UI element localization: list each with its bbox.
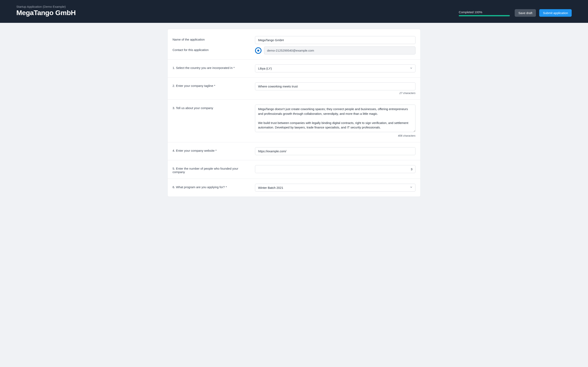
tagline-input[interactable] [255,82,415,90]
form-row-contact: Contact for this application [168,45,420,59]
submit-application-button[interactable]: Submit application [539,9,572,17]
progress-indicator: Completed 100% [459,10,510,17]
form-row-tagline: 2. Enter your company tagline * 27 chara… [168,77,420,100]
label-about: 3. Tell us about your company [173,105,250,137]
svg-point-1 [257,50,259,52]
country-select[interactable]: Libya (LY) [255,64,415,72]
header-subtitle: Startup Application (Demo Example) [16,5,459,8]
label-tagline: 2. Enter your company tagline * [173,82,250,95]
progress-fill [459,15,510,16]
about-textarea[interactable] [255,105,415,132]
header-title-block: Startup Application (Demo Example) MegaT… [16,5,459,17]
program-select[interactable]: Winter Batch 2021 [255,184,415,192]
label-website: 4. Enter your company website * [173,147,250,155]
form-row-about: 3. Tell us about your company 406 charac… [168,100,420,142]
page-title: MegaTango GmbH [16,9,459,17]
about-char-count: 406 characters [255,134,415,137]
save-draft-button[interactable]: Save draft [515,9,536,17]
founders-input[interactable] [255,165,415,173]
label-country: 1. Select the country you are incorporat… [173,64,250,72]
label-program: 6. What program are you applying for? * [173,184,250,192]
label-founders: 5. Enter the number of people who founde… [173,165,250,174]
label-contact: Contact for this application [173,47,250,54]
website-input[interactable] [255,147,415,155]
form-row-country: 1. Select the country you are incorporat… [168,59,420,77]
header-actions: Completed 100% Save draft Submit applica… [459,9,572,17]
form-row-website: 4. Enter your company website * [168,142,420,160]
name-input[interactable] [255,36,415,44]
progress-label: Completed 100% [459,10,510,14]
form-row-program: 6. What program are you applying for? * … [168,179,420,197]
avatar-icon [255,47,261,54]
contact-input [264,47,415,54]
form-row-founders: 5. Enter the number of people who founde… [168,160,420,179]
form-row-name: Name of the application [168,31,420,45]
app-header: Startup Application (Demo Example) MegaT… [0,0,588,23]
application-form: Name of the application Contact for this… [167,29,421,197]
progress-bar [459,15,510,16]
tagline-char-count: 27 characters [255,92,415,95]
label-name: Name of the application [173,36,250,44]
